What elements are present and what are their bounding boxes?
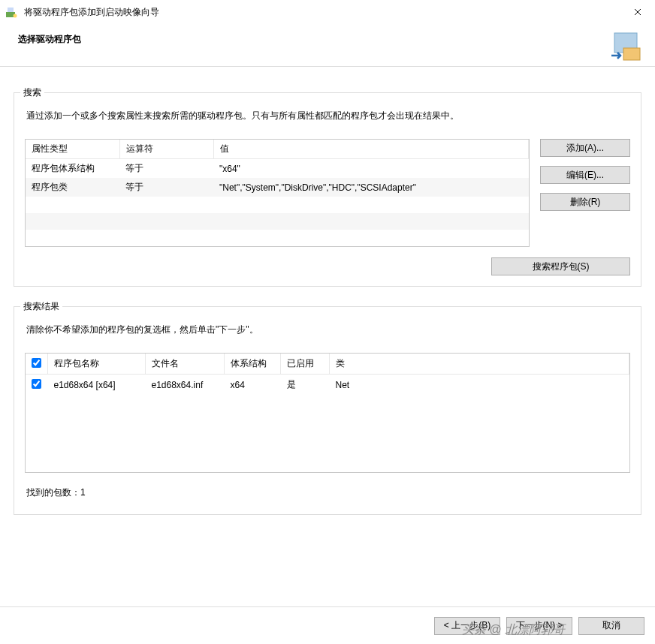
delete-button[interactable]: 删除(R) xyxy=(540,193,630,211)
wizard-header: 选择驱动程序包 xyxy=(0,24,655,66)
wizard-footer: < 上一步(B) 下一步(N) > 取消 xyxy=(0,606,655,644)
wizard-icon xyxy=(607,30,643,63)
col-arch-header[interactable]: 体系结构 xyxy=(225,354,281,375)
svg-rect-4 xyxy=(623,48,640,60)
cancel-button[interactable]: 取消 xyxy=(578,617,644,635)
next-button[interactable]: 下一步(N) > xyxy=(506,617,572,635)
col-enabled-header[interactable]: 已启用 xyxy=(281,354,330,375)
window-title: 将驱动程序包添加到启动映像向导 xyxy=(24,6,159,19)
svg-rect-1 xyxy=(8,8,14,12)
col-op-header[interactable]: 运算符 xyxy=(119,140,213,159)
edit-button[interactable]: 编辑(E)... xyxy=(540,166,630,184)
col-class-header[interactable]: 类 xyxy=(330,354,629,375)
search-desc: 通过添加一个或多个搜索属性来搜索所需的驱动程序包。只有与所有属性都匹配的程序包才… xyxy=(26,110,629,122)
col-attr-header[interactable]: 属性类型 xyxy=(26,140,119,159)
svg-point-2 xyxy=(14,14,17,18)
add-button[interactable]: 添加(A)... xyxy=(540,139,630,157)
table-row[interactable]: 程序包体系结构 等于 "x64" xyxy=(26,159,529,179)
results-group: 搜索结果 清除你不希望添加的程序包的复选框，然后单击"下一步"。 程序包名称 文… xyxy=(14,306,641,515)
col-val-header[interactable]: 值 xyxy=(213,140,529,159)
select-all-cell[interactable] xyxy=(26,354,48,375)
wizard-subtitle: 选择驱动程序包 xyxy=(18,30,81,46)
title-bar: 将驱动程序包添加到启动映像向导 xyxy=(0,0,655,24)
app-icon xyxy=(5,5,18,19)
close-button[interactable] xyxy=(620,0,655,24)
table-row[interactable] xyxy=(26,213,529,230)
row-checkbox[interactable] xyxy=(32,379,41,389)
table-row[interactable]: e1d68x64 [x64] e1d68x64.inf x64 是 Net xyxy=(26,375,629,396)
table-row[interactable] xyxy=(26,230,529,246)
select-all-checkbox[interactable] xyxy=(32,358,41,368)
results-group-label: 搜索结果 xyxy=(20,300,62,313)
col-file-header[interactable]: 文件名 xyxy=(146,354,225,375)
search-packages-button[interactable]: 搜索程序包(S) xyxy=(491,257,630,275)
table-row[interactable] xyxy=(26,197,529,213)
back-button[interactable]: < 上一步(B) xyxy=(434,617,500,635)
search-group: 搜索 通过添加一个或多个搜索属性来搜索所需的驱动程序包。只有与所有属性都匹配的程… xyxy=(14,92,641,287)
found-count: 找到的包数：1 xyxy=(26,486,629,499)
col-name-header[interactable]: 程序包名称 xyxy=(48,354,146,375)
search-group-label: 搜索 xyxy=(20,86,44,99)
search-criteria-table[interactable]: 属性类型 运算符 值 程序包体系结构 等于 "x64" 程序包类 等于 xyxy=(25,139,530,247)
results-table[interactable]: 程序包名称 文件名 体系结构 已启用 类 e1d68x64 [x64] e1d6… xyxy=(25,353,630,473)
results-desc: 清除你不希望添加的程序包的复选框，然后单击"下一步"。 xyxy=(26,324,629,336)
table-row[interactable]: 程序包类 等于 "Net","System","DiskDrive","HDC"… xyxy=(26,178,529,197)
